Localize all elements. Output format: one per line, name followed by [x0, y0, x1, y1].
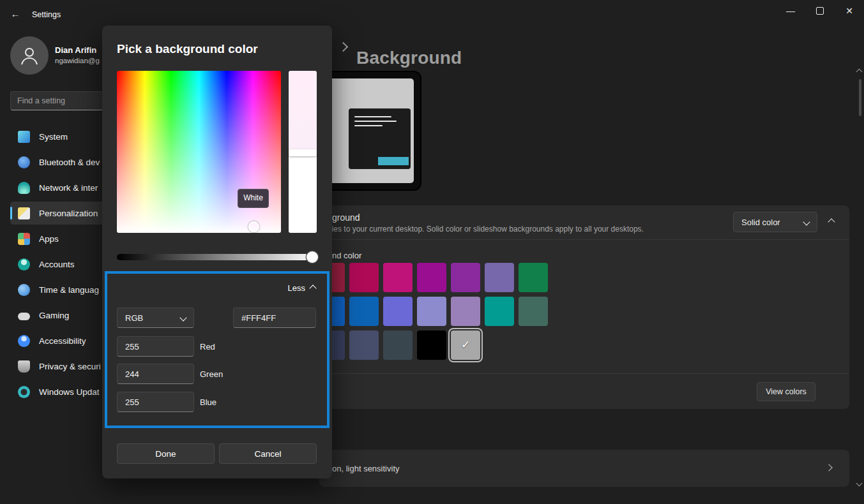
blue-label: Blue	[200, 397, 216, 407]
scrollbar-thumb[interactable]	[859, 79, 861, 116]
background-color-label: nd color	[332, 251, 361, 260]
preview-text-line	[354, 116, 391, 117]
preview-window	[349, 108, 411, 169]
sidebar-item-label: Apps	[39, 234, 59, 244]
color-name-tooltip: White	[238, 189, 269, 208]
sidebar-item-label: Network & inter	[39, 183, 98, 193]
background-type-value: Solid color	[741, 218, 780, 227]
sidebar-item-label: Accessibility	[39, 336, 86, 346]
windows-update-icon	[18, 386, 30, 398]
red-label: Red	[200, 342, 215, 352]
color-swatch[interactable]	[451, 263, 480, 292]
divider	[319, 373, 849, 374]
color-swatch[interactable]	[417, 330, 446, 360]
collapse-chevron-icon[interactable]	[828, 218, 835, 225]
person-icon	[19, 45, 40, 66]
gaming-icon	[18, 313, 30, 320]
dialog-title: Pick a background color	[117, 42, 258, 56]
red-input[interactable]	[117, 336, 194, 357]
color-swatch[interactable]	[417, 297, 446, 326]
titlebar: ← Settings — ✕	[0, 0, 864, 26]
close-button[interactable]: ✕	[835, 0, 864, 22]
profile-name: Dian Arifin	[55, 45, 96, 55]
scroll-up-icon[interactable]	[856, 69, 863, 75]
color-swatch[interactable]	[383, 297, 413, 326]
privacy-icon	[18, 360, 30, 373]
background-preview	[321, 72, 420, 189]
breadcrumb-chevron-icon	[338, 42, 349, 52]
color-swatch[interactable]	[349, 297, 379, 326]
color-swatch[interactable]	[519, 263, 548, 292]
color-swatch[interactable]	[451, 297, 480, 326]
minimize-icon: —	[786, 6, 795, 16]
back-icon: ←	[11, 8, 20, 19]
view-colors-button[interactable]: View colors	[757, 382, 815, 401]
check-icon: ✓	[451, 338, 480, 352]
preview-text-line	[354, 121, 397, 122]
color-swatch[interactable]	[349, 263, 379, 292]
sidebar-item-label: Time & languag	[39, 285, 99, 295]
maximize-button[interactable]	[805, 0, 835, 22]
settings-window: ← Settings — ✕ Dian Arifin ngawidian@g S…	[0, 0, 864, 504]
accessibility-icon	[18, 335, 30, 347]
selected-pill	[10, 207, 12, 219]
window-controls: — ✕	[776, 0, 864, 22]
done-button[interactable]: Done	[117, 443, 215, 464]
preview-text-line	[354, 125, 383, 126]
hex-input[interactable]	[233, 308, 316, 328]
chevron-down-icon	[179, 314, 186, 321]
chevron-up-icon	[309, 285, 316, 292]
spectrum-selector-ring[interactable]	[248, 221, 259, 232]
color-model-dropdown[interactable]: RGB	[117, 308, 194, 328]
brightness-slider[interactable]	[117, 254, 317, 260]
color-swatch[interactable]	[383, 330, 413, 360]
background-row-title: ground	[332, 212, 360, 223]
green-input[interactable]	[117, 364, 194, 384]
minimize-button[interactable]: —	[776, 0, 805, 22]
bluetooth-icon	[18, 156, 30, 168]
accounts-icon	[18, 258, 30, 271]
network-icon	[18, 182, 30, 194]
color-model-value: RGB	[125, 313, 143, 323]
avatar[interactable]	[10, 36, 49, 75]
maximize-icon	[816, 7, 824, 15]
apps-icon	[18, 233, 30, 245]
sidebar-item-label: Windows Updat	[39, 387, 100, 397]
color-swatch[interactable]	[485, 263, 514, 292]
cancel-button[interactable]: Cancel	[219, 443, 317, 464]
chevron-down-icon	[803, 218, 810, 225]
green-label: Green	[200, 369, 223, 379]
color-swatch[interactable]	[349, 330, 379, 360]
sidebar-item-label: Accounts	[39, 260, 75, 269]
background-type-dropdown[interactable]: Solid color	[733, 212, 817, 232]
value-slider-thumb[interactable]	[289, 149, 317, 156]
color-swatch[interactable]	[519, 297, 548, 326]
color-picker-dialog: Pick a background color White Less RGB R…	[102, 26, 332, 478]
color-swatch[interactable]	[485, 297, 514, 326]
profile-email: ngawidian@g	[55, 57, 100, 64]
brightness-slider-thumb[interactable]	[307, 251, 318, 263]
less-label: Less	[288, 283, 305, 293]
color-swatch[interactable]: ✓	[451, 330, 480, 360]
sidebar-item-label: Gaming	[39, 311, 69, 320]
personalization-icon	[18, 207, 30, 219]
value-slider[interactable]	[289, 71, 317, 233]
color-swatch[interactable]	[417, 263, 446, 292]
sidebar-item-label: System	[39, 132, 68, 142]
swatch-grid: ✓	[315, 263, 548, 360]
sidebar-item-label: Bluetooth & dev	[39, 158, 100, 167]
personalize-background-row: ground lies to your current desktop. Sol…	[319, 205, 849, 240]
scroll-down-icon[interactable]	[856, 480, 863, 487]
sidebar-item-label: Privacy & securi	[39, 362, 101, 371]
bottom-settings-row[interactable]: on, light sensitivity	[319, 450, 849, 487]
back-button[interactable]: ←	[8, 7, 23, 21]
blue-input[interactable]	[117, 392, 194, 412]
less-toggle[interactable]: Less	[288, 283, 315, 293]
color-swatch[interactable]	[383, 263, 413, 292]
chevron-right-icon	[825, 464, 832, 471]
color-spectrum[interactable]: White	[117, 71, 281, 233]
system-icon	[18, 131, 30, 143]
time-language-icon	[18, 284, 30, 296]
close-icon: ✕	[845, 6, 853, 16]
page-title: Background	[356, 48, 462, 68]
